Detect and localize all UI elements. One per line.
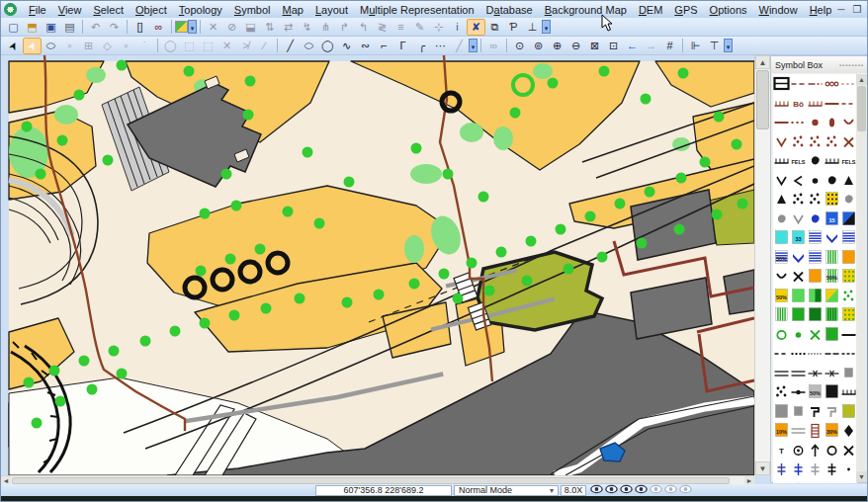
zoom-area-tool[interactable]: ⊡ [604, 38, 623, 54]
pan-question-tool[interactable]: ⊚ [529, 38, 548, 54]
menu-options[interactable]: Options [704, 3, 753, 17]
zoom-out-tool[interactable]: ⊖ [566, 38, 585, 54]
symbol-cell[interactable] [773, 190, 790, 209]
ellipse-tool[interactable]: ⬭ [300, 38, 318, 54]
symbol-cell[interactable] [824, 151, 840, 171]
fullscreen-icon[interactable]: [] [130, 19, 149, 36]
symbol-cell[interactable]: 10% [773, 421, 790, 441]
symbol-cell[interactable]: 15 [824, 209, 840, 229]
menu-help[interactable]: Help [804, 3, 838, 17]
symbol-cell[interactable] [840, 441, 857, 460]
menu-symbol[interactable]: Symbol [228, 3, 277, 17]
symbol-cell[interactable]: 50% [773, 287, 790, 306]
symbol-cell[interactable] [773, 305, 790, 325]
open-button[interactable]: ⬒ [23, 19, 42, 36]
symbol-scroll-up-arrow[interactable]: ▲ [856, 74, 867, 85]
symbol-cell[interactable] [790, 171, 807, 191]
symbol-cell[interactable] [807, 287, 824, 306]
slash-tool[interactable]: ⊘ [222, 19, 241, 36]
toolbar1-more-dropdown[interactable]: ▾ [542, 20, 551, 34]
symbol-cell[interactable] [790, 460, 807, 479]
symbol-cell[interactable]: 30% [824, 421, 840, 441]
find-tool[interactable]: ∞ [484, 38, 503, 54]
symbol-cell[interactable] [824, 132, 840, 152]
grid-toggle[interactable]: # [660, 38, 679, 54]
symbol-cell[interactable] [790, 74, 807, 94]
symbol-scrollbar[interactable]: ▲ ▼ [856, 74, 867, 482]
symbol-cell[interactable] [807, 441, 824, 460]
symbol-cell[interactable] [790, 287, 807, 306]
eye-toggle-5-off[interactable] [650, 484, 662, 496]
symbol-cell[interactable] [790, 267, 807, 287]
print-button[interactable]: ▤ [60, 19, 79, 36]
symbol-cell[interactable] [773, 382, 790, 402]
symbol-cell[interactable] [807, 364, 824, 383]
menu-view[interactable]: View [52, 3, 88, 17]
symbol-cell[interactable] [807, 267, 824, 287]
symbol-cell[interactable] [790, 441, 807, 460]
menu-map[interactable]: Map [277, 3, 309, 17]
symbol-cell[interactable] [790, 113, 807, 132]
symbol-cell[interactable]: 821 [773, 479, 790, 484]
symbol-cell[interactable] [824, 74, 840, 94]
swap-tool[interactable]: ⇄ [279, 19, 298, 36]
stamp-tool[interactable]: ⬚ [180, 38, 199, 54]
cutx-tool[interactable]: ✕ [217, 38, 236, 54]
eye-toggle-2-on[interactable] [605, 484, 618, 496]
symbol-cell[interactable] [773, 209, 790, 229]
symbol-cell[interactable] [840, 460, 857, 479]
lasso-tool[interactable]: ⬭ [42, 38, 60, 54]
bolt-tool[interactable]: ↯ [298, 19, 316, 36]
symbol-cell[interactable] [790, 344, 807, 364]
eye-toggle-4-on[interactable] [635, 484, 648, 496]
symbol-cell[interactable] [773, 325, 790, 345]
ruler-left-toggle[interactable]: ⊩ [686, 38, 705, 54]
symbol-cell[interactable] [773, 151, 790, 171]
new-button[interactable]: ▢ [4, 19, 23, 36]
dot-sel-tool[interactable]: ▫ [117, 38, 135, 54]
undo-button[interactable]: ↶ [86, 19, 105, 36]
symbol-cell[interactable]: T [773, 441, 790, 460]
p-handle-tool[interactable]: Ƥ [504, 19, 523, 36]
symbol-cell[interactable]: 30% [773, 248, 790, 268]
symbol-cell[interactable] [790, 190, 807, 209]
symbol-cell[interactable] [840, 228, 857, 248]
symbol-cell[interactable] [807, 94, 824, 114]
symbol-cell[interactable] [840, 382, 857, 402]
symbol-cell[interactable] [824, 287, 840, 306]
menu-gps[interactable]: GPS [668, 3, 703, 17]
compare-tool[interactable]: ≷ [373, 19, 391, 36]
info-button[interactable]: i [448, 19, 467, 36]
symbol-cell[interactable] [807, 209, 824, 229]
symbol-cell[interactable] [807, 228, 824, 248]
symbol-cell[interactable]: Bö [790, 94, 807, 114]
stamp2-tool[interactable]: ⬚ [199, 38, 217, 54]
vscroll-thumb[interactable] [756, 70, 769, 129]
rotate-tool[interactable]: ◯ [161, 38, 180, 54]
eye-toggle-6-off[interactable] [664, 484, 677, 496]
symbol-scroll-thumb[interactable] [857, 86, 866, 131]
symbol-cell[interactable] [807, 132, 824, 152]
symbol-cell[interactable] [807, 151, 824, 171]
symbol-cell[interactable] [840, 74, 857, 94]
symbol-cell[interactable] [840, 344, 857, 364]
laser-tool[interactable]: ╱ [450, 38, 469, 54]
symbol-cell[interactable] [824, 190, 840, 209]
symbol-cell[interactable] [840, 248, 857, 268]
symbol-cell[interactable] [773, 113, 790, 132]
fork-tool[interactable]: ⋔ [316, 19, 335, 36]
scroll-up-arrow[interactable]: ▲ [755, 55, 770, 69]
symbol-cell[interactable] [840, 287, 857, 306]
menu-dem[interactable]: DEM [633, 3, 668, 17]
menu-multiple-representation[interactable]: Multiple Representation [354, 3, 480, 17]
symbol-cell[interactable] [790, 209, 807, 229]
perpendicular-tool[interactable]: ⊥ [523, 19, 542, 36]
pan-tool[interactable]: ⊙ [510, 38, 529, 54]
spectacles-icon[interactable]: ∞ [149, 19, 168, 36]
symbol-cell[interactable] [773, 267, 790, 287]
restore-button[interactable]: ❐ [852, 4, 861, 15]
next-view-button[interactable]: → [642, 38, 660, 54]
symbol-cell[interactable] [840, 132, 857, 152]
symbol-cell[interactable] [824, 344, 840, 364]
pencil-tool[interactable]: ✎ [410, 19, 429, 36]
